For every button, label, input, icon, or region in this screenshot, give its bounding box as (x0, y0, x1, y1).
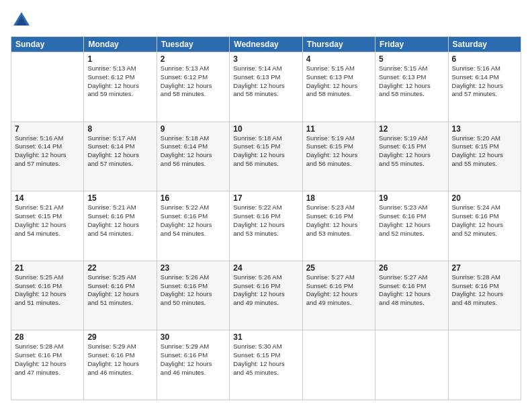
day-number: 9 (161, 124, 226, 134)
day-info: Sunrise: 5:23 AMSunset: 6:16 PMDaylight:… (379, 203, 444, 238)
day-cell: 20Sunrise: 5:24 AMSunset: 6:16 PMDayligh… (448, 191, 521, 261)
day-number: 11 (306, 124, 371, 134)
day-info: Sunrise: 5:16 AMSunset: 6:14 PMDaylight:… (15, 134, 80, 169)
day-number: 28 (15, 332, 80, 342)
day-cell: 2Sunrise: 5:13 AMSunset: 6:12 PMDaylight… (157, 52, 229, 122)
day-number: 3 (233, 54, 298, 64)
day-info: Sunrise: 5:29 AMSunset: 6:16 PMDaylight:… (161, 342, 226, 377)
day-number: 24 (233, 263, 298, 273)
page: SundayMondayTuesdayWednesdayThursdayFrid… (0, 0, 532, 411)
weekday-header-tuesday: Tuesday (157, 37, 229, 52)
week-row-4: 21Sunrise: 5:25 AMSunset: 6:16 PMDayligh… (11, 261, 521, 330)
day-number: 25 (306, 263, 371, 273)
day-info: Sunrise: 5:27 AMSunset: 6:16 PMDaylight:… (379, 273, 444, 308)
day-info: Sunrise: 5:23 AMSunset: 6:16 PMDaylight:… (306, 203, 371, 238)
day-cell: 16Sunrise: 5:22 AMSunset: 6:16 PMDayligh… (157, 191, 229, 261)
day-info: Sunrise: 5:21 AMSunset: 6:16 PMDaylight:… (87, 203, 152, 238)
day-number: 4 (306, 54, 371, 64)
day-cell (11, 52, 84, 122)
logo (11, 11, 31, 30)
day-cell: 19Sunrise: 5:23 AMSunset: 6:16 PMDayligh… (375, 191, 448, 261)
day-info: Sunrise: 5:15 AMSunset: 6:13 PMDaylight:… (306, 64, 371, 99)
day-info: Sunrise: 5:20 AMSunset: 6:15 PMDaylight:… (452, 134, 517, 169)
day-number: 10 (233, 124, 298, 134)
day-cell: 15Sunrise: 5:21 AMSunset: 6:16 PMDayligh… (84, 191, 157, 261)
day-info: Sunrise: 5:21 AMSunset: 6:15 PMDaylight:… (15, 203, 80, 238)
day-number: 31 (233, 332, 298, 342)
day-info: Sunrise: 5:15 AMSunset: 6:13 PMDaylight:… (379, 64, 444, 99)
weekday-header-wednesday: Wednesday (230, 37, 302, 52)
day-number: 29 (87, 332, 152, 342)
day-cell (375, 330, 448, 400)
day-cell: 23Sunrise: 5:26 AMSunset: 6:16 PMDayligh… (157, 261, 229, 330)
day-info: Sunrise: 5:25 AMSunset: 6:16 PMDaylight:… (87, 273, 152, 308)
week-row-5: 28Sunrise: 5:28 AMSunset: 6:16 PMDayligh… (11, 330, 521, 400)
header (11, 11, 521, 30)
day-cell: 14Sunrise: 5:21 AMSunset: 6:15 PMDayligh… (11, 191, 84, 261)
day-number: 20 (452, 193, 517, 203)
day-info: Sunrise: 5:18 AMSunset: 6:14 PMDaylight:… (161, 134, 226, 169)
day-info: Sunrise: 5:16 AMSunset: 6:14 PMDaylight:… (452, 64, 517, 99)
day-cell: 10Sunrise: 5:18 AMSunset: 6:15 PMDayligh… (230, 122, 302, 191)
week-row-2: 7Sunrise: 5:16 AMSunset: 6:14 PMDaylight… (11, 122, 521, 191)
day-cell: 22Sunrise: 5:25 AMSunset: 6:16 PMDayligh… (84, 261, 157, 330)
day-cell: 29Sunrise: 5:29 AMSunset: 6:16 PMDayligh… (84, 330, 157, 400)
day-cell: 3Sunrise: 5:14 AMSunset: 6:13 PMDaylight… (230, 52, 302, 122)
day-cell: 25Sunrise: 5:27 AMSunset: 6:16 PMDayligh… (302, 261, 375, 330)
day-number: 30 (161, 332, 226, 342)
day-info: Sunrise: 5:19 AMSunset: 6:15 PMDaylight:… (379, 134, 444, 169)
day-number: 19 (379, 193, 444, 203)
week-row-3: 14Sunrise: 5:21 AMSunset: 6:15 PMDayligh… (11, 191, 521, 261)
weekday-header-saturday: Saturday (448, 37, 521, 52)
day-info: Sunrise: 5:18 AMSunset: 6:15 PMDaylight:… (233, 134, 298, 169)
day-number: 8 (87, 124, 152, 134)
weekday-header-row: SundayMondayTuesdayWednesdayThursdayFrid… (11, 37, 521, 52)
weekday-header-friday: Friday (375, 37, 448, 52)
day-number: 23 (161, 263, 226, 273)
day-info: Sunrise: 5:29 AMSunset: 6:16 PMDaylight:… (87, 342, 152, 377)
weekday-header-sunday: Sunday (11, 37, 84, 52)
day-info: Sunrise: 5:26 AMSunset: 6:16 PMDaylight:… (233, 273, 298, 308)
day-info: Sunrise: 5:13 AMSunset: 6:12 PMDaylight:… (161, 64, 226, 99)
day-cell: 7Sunrise: 5:16 AMSunset: 6:14 PMDaylight… (11, 122, 84, 191)
day-number: 15 (87, 193, 152, 203)
day-info: Sunrise: 5:13 AMSunset: 6:12 PMDaylight:… (87, 64, 152, 99)
day-cell: 28Sunrise: 5:28 AMSunset: 6:16 PMDayligh… (11, 330, 84, 400)
day-number: 17 (233, 193, 298, 203)
day-number: 6 (452, 54, 517, 64)
day-cell: 21Sunrise: 5:25 AMSunset: 6:16 PMDayligh… (11, 261, 84, 330)
day-info: Sunrise: 5:17 AMSunset: 6:14 PMDaylight:… (87, 134, 152, 169)
day-cell: 12Sunrise: 5:19 AMSunset: 6:15 PMDayligh… (375, 122, 448, 191)
weekday-header-monday: Monday (84, 37, 157, 52)
day-number: 14 (15, 193, 80, 203)
day-info: Sunrise: 5:24 AMSunset: 6:16 PMDaylight:… (452, 203, 517, 238)
day-cell: 17Sunrise: 5:22 AMSunset: 6:16 PMDayligh… (230, 191, 302, 261)
day-number: 22 (87, 263, 152, 273)
day-cell: 5Sunrise: 5:15 AMSunset: 6:13 PMDaylight… (375, 52, 448, 122)
calendar-table: SundayMondayTuesdayWednesdayThursdayFrid… (11, 36, 521, 400)
day-cell: 9Sunrise: 5:18 AMSunset: 6:14 PMDaylight… (157, 122, 229, 191)
day-number: 21 (15, 263, 80, 273)
day-info: Sunrise: 5:30 AMSunset: 6:15 PMDaylight:… (233, 342, 298, 377)
day-number: 18 (306, 193, 371, 203)
day-number: 27 (452, 263, 517, 273)
day-number: 13 (452, 124, 517, 134)
day-number: 1 (87, 54, 152, 64)
day-cell: 31Sunrise: 5:30 AMSunset: 6:15 PMDayligh… (230, 330, 302, 400)
day-info: Sunrise: 5:26 AMSunset: 6:16 PMDaylight:… (161, 273, 226, 308)
day-cell: 27Sunrise: 5:28 AMSunset: 6:16 PMDayligh… (448, 261, 521, 330)
logo-icon (12, 11, 31, 30)
day-info: Sunrise: 5:27 AMSunset: 6:16 PMDaylight:… (306, 273, 371, 308)
day-info: Sunrise: 5:28 AMSunset: 6:16 PMDaylight:… (15, 342, 80, 377)
day-cell: 13Sunrise: 5:20 AMSunset: 6:15 PMDayligh… (448, 122, 521, 191)
day-number: 26 (379, 263, 444, 273)
day-cell (448, 330, 521, 400)
day-cell: 6Sunrise: 5:16 AMSunset: 6:14 PMDaylight… (448, 52, 521, 122)
day-number: 2 (161, 54, 226, 64)
day-info: Sunrise: 5:25 AMSunset: 6:16 PMDaylight:… (15, 273, 80, 308)
day-info: Sunrise: 5:19 AMSunset: 6:15 PMDaylight:… (306, 134, 371, 169)
day-info: Sunrise: 5:14 AMSunset: 6:13 PMDaylight:… (233, 64, 298, 99)
week-row-1: 1Sunrise: 5:13 AMSunset: 6:12 PMDaylight… (11, 52, 521, 122)
day-cell: 11Sunrise: 5:19 AMSunset: 6:15 PMDayligh… (302, 122, 375, 191)
day-cell: 4Sunrise: 5:15 AMSunset: 6:13 PMDaylight… (302, 52, 375, 122)
